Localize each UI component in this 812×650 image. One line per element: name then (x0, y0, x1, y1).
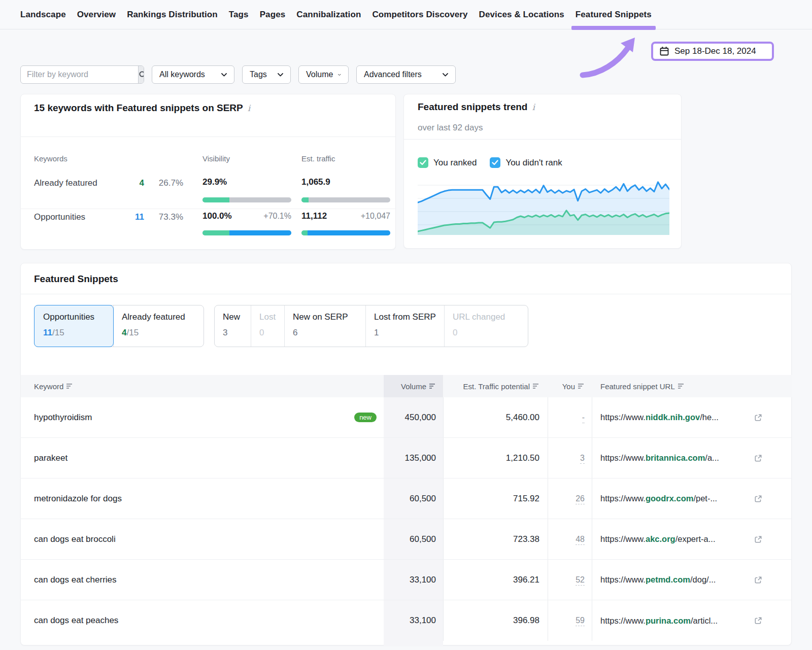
url-cell: https://www.goodrx.com/pet-... (592, 494, 792, 503)
external-link-icon[interactable] (754, 616, 763, 625)
traffic-potential-cell: 723.38 (443, 534, 548, 544)
legend-you-didnt-rank[interactable]: You didn't rank (490, 157, 562, 168)
you-position-link[interactable]: 26 (576, 494, 585, 504)
trend-card-title: Featured snippets trendi (418, 101, 535, 113)
sort-icon (429, 383, 436, 389)
legend-label: You ranked (433, 158, 477, 168)
new-badge: new (354, 413, 377, 422)
sort-icon (578, 383, 585, 389)
tab-pages[interactable]: Pages (260, 0, 286, 29)
snippet-url-link[interactable]: https://www.purina.com/articl... (600, 616, 718, 626)
header-traffic-potential[interactable]: Est. Traffic potential (443, 382, 548, 391)
tab-lost-from-serp[interactable]: Lost from SERP 1 (365, 305, 444, 347)
snippet-url-link[interactable]: https://www.akc.org/expert-a... (600, 534, 716, 544)
external-link-icon[interactable] (754, 454, 763, 463)
tab-featured-snippets-label: Featured Snippets (576, 10, 652, 20)
keyword-filter-input[interactable] (21, 66, 138, 83)
all-keywords-dropdown[interactable]: All keywords (152, 65, 234, 84)
trend-chart (418, 178, 669, 235)
snippet-url-link[interactable]: https://www.britannica.com/a... (600, 453, 719, 463)
header-volume[interactable]: Volume (384, 375, 443, 397)
visibility-value: 100.0% +70.1% (202, 211, 291, 221)
keyword-cell: can dogs eat broccoli (21, 534, 384, 544)
snippet-url-link[interactable]: https://www.petmd.com/dog/... (600, 575, 716, 585)
header-featured-snippet-url[interactable]: Featured snippet URL (592, 382, 792, 391)
legend-you-ranked[interactable]: You ranked (418, 157, 477, 168)
you-position-link[interactable]: 3 (580, 454, 585, 464)
legend-label: You didn't rank (505, 158, 562, 168)
traffic-bar (301, 230, 390, 235)
external-link-icon[interactable] (754, 535, 763, 544)
traffic-bar (301, 197, 390, 202)
traffic-potential-cell: 1,210.50 (443, 453, 548, 463)
col-header-est-traffic: Est. traffic (301, 154, 335, 163)
date-range-picker[interactable]: Sep 18-Dec 18, 2024 (651, 42, 774, 61)
row-count: 4 (122, 178, 144, 188)
you-cell: 52 (548, 575, 592, 585)
tab-label: Lost (259, 312, 284, 322)
search-button[interactable] (138, 66, 144, 83)
chevron-down-icon (443, 73, 448, 77)
keyword-cell: hypothyroidism new (21, 413, 384, 423)
table-row: metronidazole for dogs 60,500 715.92 26 … (21, 478, 792, 519)
info-icon[interactable]: i (532, 102, 534, 112)
volume-dropdown[interactable]: Volume (298, 65, 349, 84)
tab-new[interactable]: New 3 (215, 305, 251, 347)
table-row: can dogs eat peaches 33,100 396.98 59 ht… (21, 600, 792, 641)
tab-landscape[interactable]: Landscape (20, 0, 66, 29)
checkbox-checked-icon (490, 157, 500, 168)
divider (21, 136, 395, 137)
traffic-potential-cell: 715.92 (443, 494, 548, 504)
tab-already-featured[interactable]: Already featured 4/15 (113, 305, 204, 347)
volume-cell: 60,500 (384, 534, 443, 544)
external-link-icon[interactable] (754, 494, 763, 503)
sort-icon (533, 383, 539, 389)
you-position-link[interactable]: 59 (576, 616, 585, 626)
keyword-filter (20, 65, 144, 84)
info-icon[interactable]: i (248, 103, 250, 113)
you-cell: 26 (548, 494, 592, 503)
sort-icon (66, 383, 73, 389)
filter-bar: All keywords Tags Volume Advanced filter… (20, 65, 456, 84)
tab-url-changed: URL changed 0 (444, 305, 528, 347)
divider (21, 209, 395, 209)
tab-tags[interactable]: Tags (229, 0, 249, 29)
row-count: 11 (122, 212, 144, 222)
chevron-down-icon (338, 73, 341, 77)
tab-rankings-distribution[interactable]: Rankings Distribution (127, 0, 218, 29)
tab-overview[interactable]: Overview (77, 0, 116, 29)
tab-new-on-serp[interactable]: New on SERP 6 (284, 305, 365, 347)
top-navigation: Landscape Overview Rankings Distribution… (0, 0, 812, 29)
volume-cell: 450,000 (384, 413, 443, 423)
you-position-link[interactable]: - (582, 413, 585, 423)
tab-label: Lost from SERP (374, 312, 444, 322)
trend-card-subtitle: over last 92 days (418, 123, 483, 133)
tab-cannibalization[interactable]: Cannibalization (296, 0, 361, 29)
col-header-visibility: Visibility (202, 154, 230, 163)
chevron-down-icon (221, 73, 227, 77)
you-position-link[interactable]: 52 (576, 575, 585, 586)
trend-legend: You ranked You didn't rank (418, 157, 562, 168)
keyword-cell: can dogs eat peaches (21, 615, 384, 626)
header-you[interactable]: You (548, 382, 592, 391)
snippet-url-link[interactable]: https://www.goodrx.com/pet-... (600, 494, 717, 503)
you-cell: 59 (548, 616, 592, 625)
divider (21, 294, 791, 294)
tab-opportunities[interactable]: Opportunities 11/15 (34, 305, 114, 347)
annotation-arrow (578, 37, 649, 80)
snippet-url-link[interactable]: https://www.niddk.nih.gov/he... (600, 413, 719, 422)
header-keyword[interactable]: Keyword (21, 382, 384, 391)
traffic-value: 1,065.9 (301, 177, 390, 187)
tab-devices-locations[interactable]: Devices & Locations (479, 0, 564, 29)
tab-label: Already featured (122, 312, 204, 322)
tab-competitors-discovery[interactable]: Competitors Discovery (372, 0, 467, 29)
volume-cell: 33,100 (384, 575, 443, 585)
tab-featured-snippets[interactable]: Featured Snippets (576, 0, 652, 29)
sort-icon (678, 383, 685, 389)
you-position-link[interactable]: 48 (576, 535, 585, 545)
advanced-filters-dropdown[interactable]: Advanced filters (356, 65, 456, 84)
external-link-icon[interactable] (754, 413, 763, 422)
secondary-tab-group: New 3 Lost 0 New on SERP 6 Lost from SER… (214, 305, 528, 347)
tags-dropdown[interactable]: Tags (242, 65, 291, 84)
external-link-icon[interactable] (754, 575, 763, 585)
